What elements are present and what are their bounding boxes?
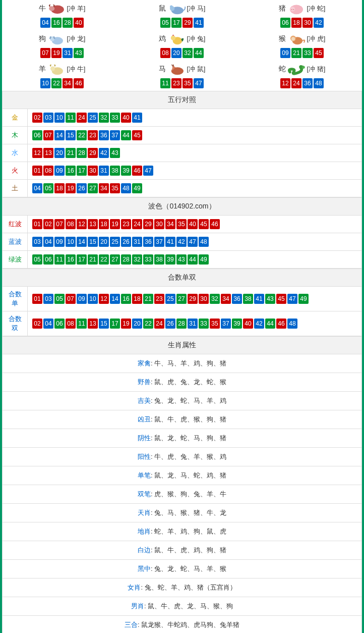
zodiac-label-row: 狗 [冲 龙]	[2, 32, 122, 45]
attr-key: 黑中	[138, 565, 151, 572]
number-ball: 23	[154, 294, 164, 304]
number-ball: 47	[194, 78, 204, 88]
number-ball: 22	[77, 130, 87, 140]
attr-val: 鼠、龙、蛇、马、狗、猪	[154, 434, 226, 442]
number-ball: 41	[165, 237, 175, 247]
number-ball: 14	[110, 294, 120, 304]
attr-key: 野兽	[138, 378, 151, 386]
zodiac-cell: 蛇 [冲 猪] 12243648	[242, 61, 362, 91]
number-ball: 21	[66, 148, 76, 158]
number-ball: 32	[183, 48, 193, 58]
zodiac-attr-table: 生肖属性 家禽: 牛、马、羊、鸡、狗、猪野兽: 鼠、虎、兔、龙、蛇、猴吉美: 兔…	[2, 336, 362, 633]
attr-row: 单笔: 鼠、龙、马、蛇、鸡、猪	[3, 466, 362, 485]
attr-val: 兔、龙、蛇、马、羊、鸡	[154, 397, 226, 404]
number-ball: 24	[132, 219, 142, 229]
number-ball: 39	[121, 166, 131, 176]
number-ball: 08	[66, 219, 76, 229]
number-ball: 10	[88, 294, 98, 304]
attr-key: 白边	[138, 546, 151, 554]
number-ball: 01	[32, 294, 42, 304]
number-ball: 30	[154, 219, 164, 229]
attr-val: 牛、虎、兔、羊、猴、鸡	[154, 453, 226, 460]
zodiac-label-row: 鸡 [冲 兔]	[122, 32, 242, 45]
number-ball: 16	[51, 18, 62, 28]
attr-val: 鼠、牛、虎、猴、狗、猪	[154, 415, 226, 423]
number-ball: 23	[88, 130, 98, 140]
number-ball: 23	[171, 78, 181, 88]
attr-row: 女肖: 兔、蛇、羊、鸡、猪（五宫肖）	[3, 578, 362, 597]
attr-key: 阳性	[138, 453, 151, 460]
number-ball: 08	[160, 48, 170, 58]
row-label: 木	[3, 127, 28, 144]
number-ball: 30	[302, 18, 313, 28]
number-ball: 37	[110, 130, 120, 140]
row-label: 合数单	[3, 287, 28, 311]
row-label: 水	[3, 144, 28, 162]
number-ball: 34	[63, 78, 73, 88]
attr-val: 虎、猴、狗、兔、羊、牛	[154, 490, 226, 498]
row-balls: 04051819262734354849	[28, 180, 362, 197]
zodiac-cell: 牛 [冲 羊] 04162840	[2, 0, 122, 30]
attr-val: 兔、龙、蛇、马、羊、猴	[154, 565, 226, 572]
zodiac-balls: 06183042	[242, 17, 362, 28]
number-ball: 28	[77, 148, 87, 158]
number-ball: 15	[88, 237, 98, 247]
zodiac-balls: 11233547	[122, 78, 242, 89]
number-ball: 26	[77, 183, 87, 193]
number-ball: 18	[132, 294, 142, 304]
number-ball: 49	[298, 294, 309, 304]
number-ball: 35	[176, 219, 187, 229]
number-ball: 11	[77, 319, 87, 329]
number-ball: 28	[176, 319, 187, 329]
zodiac-balls: 08203244	[122, 47, 242, 59]
number-ball: 11	[160, 78, 170, 88]
number-ball: 31	[188, 319, 198, 329]
number-ball: 42	[254, 319, 264, 329]
number-ball: 37	[154, 237, 164, 247]
number-ball: 43	[265, 294, 275, 304]
number-ball: 12	[32, 148, 42, 158]
number-ball: 17	[77, 166, 87, 176]
attr-val: 蛇、羊、鸡、狗、鼠、虎	[154, 528, 226, 535]
row-label: 金	[3, 109, 28, 127]
five-elements-header: 五行对照	[3, 91, 362, 109]
wave-header: 波色（014902.com）	[3, 198, 362, 216]
row-balls: 05061116172122272832333839434449	[28, 251, 362, 269]
zodiac-icon	[47, 2, 66, 15]
number-ball: 20	[54, 148, 65, 158]
zodiac-name: 牛	[39, 4, 46, 13]
number-ball: 47	[188, 237, 198, 247]
zodiac-icon	[47, 32, 66, 45]
zodiac-conflict: [冲 兔]	[187, 34, 206, 43]
zodiac-cell: 鼠 [冲 马] 05172941	[122, 0, 242, 30]
number-ball: 20	[132, 319, 142, 329]
attr-row: 双笔: 虎、猴、狗、兔、羊、牛	[3, 485, 362, 504]
number-ball: 14	[54, 130, 65, 140]
number-ball: 34	[221, 294, 231, 304]
zodiac-conflict: [冲 马]	[187, 4, 206, 13]
number-ball: 43	[176, 254, 187, 265]
number-ball: 38	[154, 254, 164, 265]
number-ball: 08	[43, 166, 53, 176]
sum-table: 合数单双 合数单 0103050709101214161821232527293…	[2, 269, 362, 336]
row-balls: 0108091617303138394647	[28, 162, 362, 180]
number-ball: 47	[143, 166, 153, 176]
number-ball: 42	[176, 237, 187, 247]
row-balls: 03040910141520252631363741424748	[28, 233, 362, 251]
zodiac-label-row: 猴 [冲 虎]	[242, 32, 362, 45]
number-ball: 16	[66, 254, 76, 265]
zodiac-cell: 鸡 [冲 兔] 08203244	[122, 30, 242, 61]
number-ball: 46	[74, 78, 84, 88]
zodiac-icon	[287, 2, 306, 15]
number-ball: 13	[88, 219, 98, 229]
number-ball: 05	[32, 254, 42, 265]
number-ball: 07	[66, 294, 76, 304]
number-ball: 03	[43, 294, 53, 304]
attr-row: 阳性: 牛、虎、兔、羊、猴、鸡	[3, 448, 362, 466]
number-ball: 41	[132, 113, 142, 123]
attr-val: 鼠、牛、虎、龙、马、猴、狗	[148, 602, 233, 610]
number-ball: 12	[99, 294, 109, 304]
zodiac-name: 羊	[39, 65, 46, 74]
number-ball: 20	[99, 237, 109, 247]
number-ball: 45	[276, 294, 286, 304]
